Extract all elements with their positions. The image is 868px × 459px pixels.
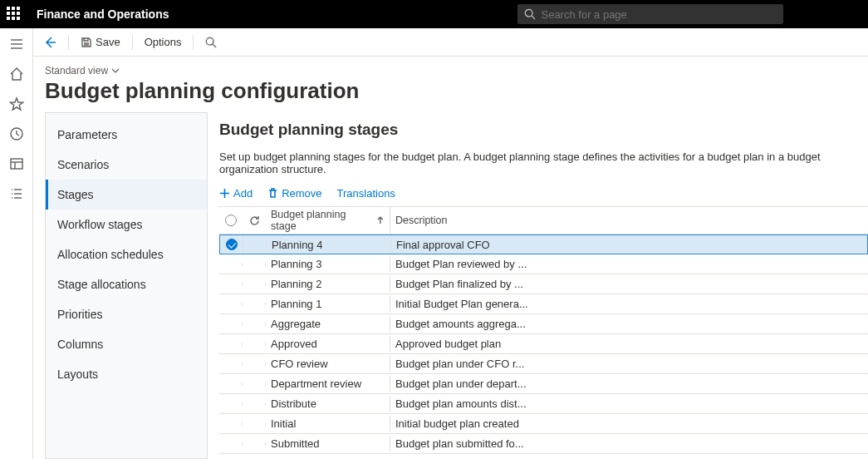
recent-icon[interactable] bbox=[9, 126, 24, 141]
table-row[interactable]: DistributeBudget plan amounts dist... bbox=[219, 394, 868, 414]
col-stage-header[interactable]: Budget planning stage bbox=[266, 207, 390, 234]
sidebar-item-workflow-stages[interactable]: Workflow stages bbox=[46, 210, 207, 239]
translations-label: Translations bbox=[337, 187, 395, 200]
row-select[interactable] bbox=[219, 363, 243, 366]
add-button[interactable]: Add bbox=[219, 187, 253, 200]
select-all-header[interactable] bbox=[219, 213, 243, 228]
stage-cell[interactable]: Planning 1 bbox=[266, 296, 390, 312]
stage-cell[interactable]: CFO review bbox=[266, 356, 390, 372]
check-icon bbox=[226, 239, 238, 250]
table-row[interactable]: Planning 1Initial Budget Plan genera... bbox=[219, 294, 868, 314]
row-select[interactable] bbox=[219, 382, 243, 386]
stage-cell[interactable]: Initial bbox=[266, 416, 390, 432]
trash-icon bbox=[267, 188, 278, 199]
row-select[interactable] bbox=[219, 343, 243, 346]
favorite-icon[interactable] bbox=[9, 96, 24, 111]
global-search[interactable] bbox=[517, 4, 783, 24]
description-cell[interactable]: Budget plan under depart... bbox=[390, 376, 856, 392]
sidebar-item-allocation-schedules[interactable]: Allocation schedules bbox=[46, 239, 207, 269]
description-cell[interactable]: Budget Plan reviewed by ... bbox=[390, 256, 856, 272]
search-icon bbox=[524, 8, 536, 20]
row-select[interactable] bbox=[219, 263, 243, 266]
col-description-label: Description bbox=[395, 215, 448, 226]
svg-point-0 bbox=[526, 9, 533, 17]
row-select[interactable] bbox=[219, 422, 243, 426]
row-spacer bbox=[243, 382, 266, 386]
view-selector[interactable]: Standard view bbox=[45, 65, 868, 76]
remove-button[interactable]: Remove bbox=[267, 187, 321, 200]
divider bbox=[193, 35, 194, 50]
view-label: Standard view bbox=[45, 65, 108, 76]
row-select[interactable] bbox=[219, 283, 243, 286]
pane-title: Budget planning stages bbox=[219, 121, 868, 139]
svg-rect-6 bbox=[11, 159, 22, 169]
divider bbox=[68, 35, 69, 50]
page-title: Budget planning configuration bbox=[45, 78, 868, 104]
sidebar-item-parameters[interactable]: Parameters bbox=[46, 120, 207, 150]
description-cell[interactable]: Initial Budget Plan genera... bbox=[390, 296, 856, 312]
back-button[interactable] bbox=[43, 36, 56, 49]
description-cell[interactable]: Budget amounts aggrega... bbox=[390, 316, 856, 332]
row-spacer bbox=[243, 243, 267, 246]
row-select[interactable] bbox=[219, 303, 243, 306]
divider bbox=[132, 35, 133, 50]
row-spacer bbox=[243, 402, 266, 406]
save-button[interactable]: Save bbox=[81, 36, 120, 48]
stage-cell[interactable]: Planning 4 bbox=[267, 237, 391, 253]
row-select[interactable] bbox=[219, 323, 243, 326]
stage-cell[interactable]: Distribute bbox=[266, 396, 390, 412]
row-select[interactable] bbox=[219, 442, 243, 446]
row-select[interactable] bbox=[220, 237, 243, 252]
translations-button[interactable]: Translations bbox=[337, 187, 395, 200]
table-row[interactable]: CFO reviewBudget plan under CFO r... bbox=[219, 354, 868, 374]
find-icon[interactable] bbox=[205, 37, 217, 48]
description-cell[interactable]: Budget Plan finalized by ... bbox=[390, 276, 856, 292]
table-row[interactable]: AggregateBudget amounts aggrega... bbox=[219, 314, 868, 334]
row-spacer bbox=[243, 442, 266, 446]
stage-cell[interactable]: Approved bbox=[266, 336, 390, 352]
stage-cell[interactable]: Aggregate bbox=[266, 316, 390, 332]
add-label: Add bbox=[233, 187, 253, 200]
action-bar: Save Options bbox=[33, 28, 868, 57]
options-button[interactable]: Options bbox=[145, 36, 182, 48]
home-icon[interactable] bbox=[9, 67, 24, 81]
table-row[interactable]: SubmittedBudget plan submitted fo... bbox=[219, 434, 868, 454]
table-row[interactable]: Department reviewBudget plan under depar… bbox=[219, 374, 868, 394]
stage-cell[interactable]: Planning 2 bbox=[266, 276, 390, 292]
table-row[interactable]: Planning 2Budget Plan finalized by ... bbox=[219, 274, 868, 294]
table-row[interactable]: ApprovedApproved budget plan bbox=[219, 334, 868, 354]
row-select[interactable] bbox=[219, 402, 243, 406]
chevron-down-icon bbox=[111, 67, 120, 75]
save-label: Save bbox=[96, 36, 120, 48]
menu-icon[interactable] bbox=[9, 37, 24, 52]
refresh-header[interactable] bbox=[243, 214, 266, 228]
description-cell[interactable]: Budget plan under CFO r... bbox=[390, 356, 856, 372]
sidebar-item-priorities[interactable]: Priorities bbox=[46, 299, 207, 329]
sidebar-item-stage-allocations[interactable]: Stage allocations bbox=[46, 269, 207, 299]
table-row[interactable]: Planning 3Budget Plan reviewed by ... bbox=[219, 254, 868, 274]
sidebar-item-layouts[interactable]: Layouts bbox=[46, 359, 207, 389]
description-cell[interactable]: Approved budget plan bbox=[390, 336, 856, 352]
table-row[interactable]: InitialInitial budget plan created bbox=[219, 414, 868, 434]
table-row[interactable]: Planning 4Final approval CFO bbox=[219, 234, 868, 254]
stage-cell[interactable]: Submitted bbox=[266, 436, 390, 452]
side-nav: ParametersScenariosStagesWorkflow stages… bbox=[45, 112, 208, 459]
workspace-icon[interactable] bbox=[9, 156, 24, 171]
pane-description: Set up budget planning stages for the bu… bbox=[219, 151, 868, 175]
col-description-header[interactable]: Description bbox=[390, 213, 856, 228]
sidebar-item-scenarios[interactable]: Scenarios bbox=[46, 150, 207, 180]
stage-cell[interactable]: Department review bbox=[266, 376, 390, 392]
search-input[interactable] bbox=[541, 8, 777, 21]
col-stage-label: Budget planning stage bbox=[271, 209, 371, 232]
waffle-icon[interactable] bbox=[7, 7, 22, 22]
sidebar-item-stages[interactable]: Stages bbox=[46, 180, 207, 210]
svg-line-1 bbox=[532, 16, 536, 19]
description-cell[interactable]: Budget plan amounts dist... bbox=[390, 396, 856, 412]
modules-icon[interactable] bbox=[9, 186, 24, 201]
sidebar-item-columns[interactable]: Columns bbox=[46, 329, 207, 359]
description-cell[interactable]: Final approval CFO bbox=[391, 237, 856, 253]
row-spacer bbox=[243, 323, 266, 326]
stage-cell[interactable]: Planning 3 bbox=[266, 256, 390, 272]
description-cell[interactable]: Budget plan submitted fo... bbox=[390, 436, 856, 452]
description-cell[interactable]: Initial budget plan created bbox=[390, 416, 856, 432]
